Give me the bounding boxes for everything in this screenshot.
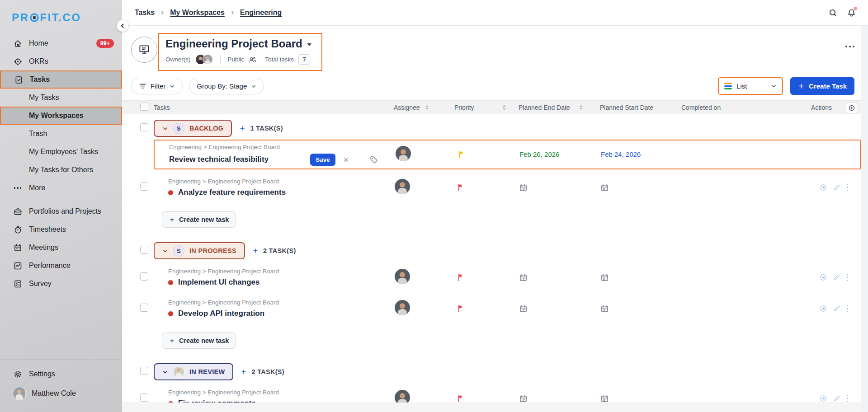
sidebar-item-okrs[interactable]: OKRs: [0, 52, 122, 70]
chevron-right-icon: [160, 10, 165, 15]
task-title-input[interactable]: Review technical feasibility: [169, 155, 269, 164]
planned-start-date[interactable]: Feb 24, 2026: [601, 150, 641, 158]
column-planned-end-date: Planned End Date: [513, 104, 594, 111]
sidebar-item-portfolios-projects[interactable]: Portfolios and Projects: [0, 202, 122, 220]
create-new-task-button[interactable]: Create new task: [162, 332, 236, 349]
ellipsis-icon: [13, 187, 23, 189]
breadcrumb-my-workspaces[interactable]: My Workspaces: [170, 9, 225, 17]
search-icon[interactable]: [828, 8, 838, 18]
edit-pencil-icon[interactable]: [833, 273, 841, 281]
kebab-menu-icon[interactable]: [847, 394, 849, 403]
task-checkbox[interactable]: [140, 272, 148, 281]
add-subtask-icon[interactable]: [819, 394, 827, 403]
priority-flag-red[interactable]: [456, 273, 513, 282]
group-label: IN REVIEW: [189, 368, 225, 375]
kebab-menu-icon[interactable]: [847, 273, 849, 281]
group-count-in-review: 2 TASK(S): [241, 368, 284, 375]
create-task-button[interactable]: Create Task: [790, 77, 854, 95]
add-subtask-icon[interactable]: [819, 273, 827, 281]
sidebar-user[interactable]: Matthew Cole: [0, 383, 122, 404]
assignee-avatar[interactable]: [396, 146, 411, 161]
task-checkbox[interactable]: [140, 393, 148, 402]
sidebar-item-my-workspaces[interactable]: My Workspaces: [0, 107, 122, 125]
sort-icon[interactable]: [579, 104, 584, 111]
sidebar-item-meetings[interactable]: Meetings: [0, 239, 122, 257]
add-subtask-icon[interactable]: [819, 304, 827, 313]
end-date-calendar-icon[interactable]: [519, 273, 594, 282]
tag-icon[interactable]: [369, 155, 378, 164]
add-task-icon[interactable]: [252, 248, 259, 254]
chevron-down-icon: [162, 126, 168, 131]
scrollbar[interactable]: [861, 26, 868, 412]
group-by-button[interactable]: Group By: Stage: [189, 78, 264, 94]
sidebar-item-trash[interactable]: Trash: [0, 125, 122, 143]
column-actions: Actions: [755, 104, 861, 111]
task-title[interactable]: Implement UI changes: [178, 278, 259, 287]
task-checkbox[interactable]: [140, 304, 148, 312]
board-title[interactable]: Engineering Project Board: [165, 37, 311, 50]
board-more-options-icon[interactable]: [845, 46, 854, 47]
sidebar-item-settings[interactable]: Settings: [0, 365, 122, 383]
priority-flag-red[interactable]: [456, 183, 513, 192]
gear-icon: [13, 369, 23, 379]
add-task-icon[interactable]: [241, 369, 247, 375]
end-date-calendar-icon[interactable]: [519, 394, 594, 403]
priority-flag-red[interactable]: [456, 304, 513, 313]
sort-icon[interactable]: [502, 104, 507, 111]
sidebar-item-more[interactable]: More: [0, 179, 122, 197]
breadcrumb-engineering[interactable]: Engineering: [240, 9, 282, 17]
save-button[interactable]: Save: [310, 154, 335, 166]
group-pill-in-review[interactable]: IN REVIEW: [154, 363, 233, 380]
task-checkbox[interactable]: [140, 183, 148, 191]
sidebar-item-my-tasks[interactable]: My Tasks: [0, 89, 122, 107]
edit-pencil-icon[interactable]: [833, 304, 841, 313]
planned-end-date[interactable]: Feb 26, 2026: [519, 150, 559, 158]
close-icon[interactable]: [343, 156, 349, 163]
assignee-avatar[interactable]: [395, 179, 410, 194]
breadcrumb-tasks[interactable]: Tasks: [135, 9, 155, 17]
sidebar-item-my-tasks-for-others[interactable]: My Tasks for Others: [0, 161, 122, 179]
group-checkbox[interactable]: [140, 367, 148, 375]
add-column-button[interactable]: [846, 102, 857, 113]
sidebar-item-timesheets[interactable]: Timesheets: [0, 220, 122, 239]
priority-flag-red[interactable]: [456, 394, 513, 403]
sidebar-item-label: Survey: [29, 280, 52, 288]
kebab-menu-icon[interactable]: [847, 304, 849, 313]
select-all-checkbox[interactable]: [140, 103, 148, 111]
bell-icon[interactable]: [847, 8, 856, 18]
assignee-avatar[interactable]: [395, 300, 410, 315]
task-path: Engineering > Engineering Project Board: [168, 299, 391, 306]
list-view-icon: [724, 83, 732, 89]
sort-icon[interactable]: [425, 104, 429, 111]
sidebar-item-label: My Employees' Tasks: [29, 148, 98, 156]
sidebar-item-home[interactable]: Home 99+: [0, 34, 122, 52]
edit-pencil-icon[interactable]: [833, 183, 841, 192]
sidebar-item-tasks[interactable]: Tasks: [0, 70, 122, 89]
sidebar-item-my-employees-tasks[interactable]: My Employees' Tasks: [0, 143, 122, 161]
task-title[interactable]: Analyze feature requirements: [178, 188, 286, 197]
start-date-calendar-icon[interactable]: [600, 183, 676, 192]
sidebar-item-performance[interactable]: Performance: [0, 257, 122, 275]
task-title[interactable]: Develop API integration: [178, 309, 264, 318]
sidebar-item-survey[interactable]: Survey: [0, 275, 122, 293]
start-date-calendar-icon[interactable]: [600, 304, 676, 314]
end-date-calendar-icon[interactable]: [519, 183, 594, 192]
owner-avatars[interactable]: [195, 54, 213, 65]
group-pill-in-progress[interactable]: S IN PROGRESS: [154, 242, 245, 259]
start-date-calendar-icon[interactable]: [600, 394, 676, 403]
kebab-menu-icon[interactable]: [847, 183, 849, 192]
add-subtask-icon[interactable]: [819, 183, 827, 192]
end-date-calendar-icon[interactable]: [519, 304, 594, 314]
group-checkbox[interactable]: [140, 246, 148, 254]
sidebar-collapse-button[interactable]: [117, 20, 128, 32]
filter-button[interactable]: Filter: [131, 78, 183, 94]
assignee-avatar[interactable]: [395, 269, 410, 284]
edit-pencil-icon[interactable]: [833, 394, 841, 403]
group-checkbox[interactable]: [140, 123, 148, 131]
create-new-task-button[interactable]: Create new task: [162, 211, 236, 228]
add-task-icon[interactable]: [239, 125, 245, 131]
start-date-calendar-icon[interactable]: [600, 273, 676, 282]
view-select-dropdown[interactable]: List: [718, 77, 783, 95]
group-pill-backlog[interactable]: S BACKLOG: [154, 120, 232, 137]
priority-flag-yellow[interactable]: [457, 150, 514, 159]
